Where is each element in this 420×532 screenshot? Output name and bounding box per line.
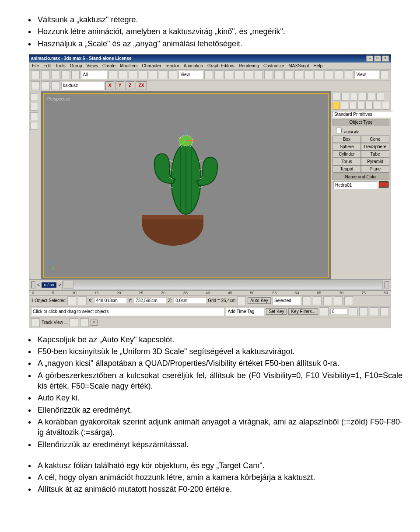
create-torus-button[interactable]: Torus [332, 158, 361, 165]
time-tag-field[interactable]: Add Time Tag [226, 308, 264, 316]
create-teapot-button[interactable]: Teapot [332, 165, 361, 173]
axis-zx-button[interactable]: ZX [136, 81, 147, 90]
create-tube-button[interactable]: Tube [361, 150, 389, 158]
display-tab-icon[interactable] [368, 93, 375, 101]
key-icon[interactable] [51, 81, 60, 90]
menu-item[interactable]: Rendering [239, 63, 259, 68]
render-preset-dropdown[interactable]: View [354, 71, 379, 79]
create-pyramid-button[interactable]: Pyramid [361, 158, 389, 165]
trackview-icon[interactable] [31, 318, 40, 327]
schematic-icon[interactable] [315, 70, 323, 79]
motion-tab-icon[interactable] [359, 93, 367, 101]
key-filters-button[interactable]: Key Filters... [288, 308, 318, 315]
menu-item[interactable]: MAXScript [288, 63, 309, 68]
cameras-cat-icon[interactable] [357, 102, 365, 110]
trackview-btn-icon[interactable] [70, 318, 78, 327]
set-key-button[interactable]: Set Key [266, 308, 287, 315]
reactor-icon[interactable] [30, 93, 38, 101]
space-warps-cat-icon[interactable] [374, 102, 381, 110]
snap-icon[interactable] [224, 70, 233, 79]
angle-snap-icon[interactable] [234, 70, 243, 79]
zoom-ext-icon[interactable] [349, 307, 357, 316]
teapot-render-icon[interactable] [380, 70, 389, 79]
utilities-tab-icon[interactable] [376, 93, 384, 101]
reactor-icon[interactable] [30, 112, 38, 120]
spinner-snap-icon[interactable] [255, 70, 263, 79]
arc-rotate-icon[interactable] [370, 307, 378, 316]
geometry-cat-icon[interactable] [332, 102, 340, 110]
ref-coord-dropdown[interactable]: View [178, 71, 203, 79]
create-cone-button[interactable]: Cone [361, 136, 389, 143]
lock-selection-icon[interactable] [67, 296, 76, 305]
trackview-btn-icon[interactable] [80, 318, 89, 327]
select-name-icon[interactable] [119, 70, 127, 79]
menu-item[interactable]: Help [313, 63, 322, 68]
time-config-icon[interactable] [320, 307, 329, 316]
modify-tab-icon[interactable] [341, 93, 349, 101]
menu-item[interactable]: Modifiers [120, 63, 138, 68]
named-selection-icon[interactable] [264, 70, 273, 79]
menu-item[interactable]: Group [70, 63, 82, 68]
lights-cat-icon[interactable] [349, 102, 357, 110]
goto-start-icon[interactable] [302, 296, 311, 305]
grip-icon[interactable] [385, 282, 389, 289]
align-icon[interactable] [284, 70, 293, 79]
prev-frame-icon[interactable] [313, 296, 322, 305]
systems-cat-icon[interactable] [382, 102, 389, 110]
viewport-perspective[interactable]: Perspective [41, 91, 331, 279]
object-name-field[interactable]: kaktusz [61, 82, 104, 90]
helpers-cat-icon[interactable] [365, 102, 373, 110]
shapes-cat-icon[interactable] [341, 102, 348, 110]
quick-render-icon[interactable] [345, 70, 354, 79]
reactor-icon[interactable] [30, 103, 38, 111]
curve-editor-icon[interactable] [304, 70, 313, 79]
primitive-type-dropdown[interactable]: Standard Primitives [332, 111, 393, 118]
autogrid-checkbox[interactable] [336, 128, 342, 133]
rotate-icon[interactable] [159, 70, 168, 79]
next-frame-icon[interactable] [334, 296, 343, 305]
menu-item[interactable]: Customize [263, 63, 284, 68]
create-plane-button[interactable]: Plane [361, 165, 389, 173]
object-color-swatch[interactable] [379, 181, 388, 188]
menu-item[interactable]: Character [142, 63, 161, 68]
bind-icon[interactable] [71, 70, 80, 79]
axis-x-button[interactable]: X [105, 81, 114, 90]
create-tab-icon[interactable] [332, 93, 340, 101]
minimize-button[interactable]: – [366, 56, 373, 62]
window-crossing-icon[interactable] [139, 70, 147, 79]
menu-item[interactable]: Create [102, 63, 116, 68]
material-editor-icon[interactable] [325, 70, 333, 79]
selection-filter-dropdown[interactable]: All [81, 71, 107, 79]
key-mode-icon[interactable] [237, 296, 246, 305]
coord-x-field[interactable]: 448,013cm [94, 298, 126, 303]
maximize-viewport-icon[interactable] [380, 307, 389, 316]
unlink-icon[interactable] [61, 70, 70, 79]
goto-end-icon[interactable] [344, 296, 353, 305]
menu-item[interactable]: Animation [184, 63, 203, 68]
manipulate-icon[interactable] [214, 70, 223, 79]
link-icon[interactable] [51, 70, 60, 79]
scale-icon[interactable] [168, 70, 177, 79]
move-icon[interactable] [149, 70, 158, 79]
hierarchy-tab-icon[interactable] [350, 93, 358, 101]
select-region-icon[interactable] [129, 70, 137, 79]
create-cylinder-button[interactable]: Cylinder [332, 150, 361, 158]
key-target-dropdown[interactable]: Selected [273, 297, 301, 305]
auto-key-button[interactable]: Auto Key [248, 297, 271, 304]
current-frame-field[interactable]: 0 [330, 309, 347, 314]
lock-icon[interactable] [31, 81, 40, 90]
redo-icon[interactable] [41, 70, 50, 79]
menu-item[interactable]: Edit [43, 63, 51, 68]
menu-item[interactable]: reactor [166, 63, 179, 68]
axis-y-button[interactable]: Y [116, 81, 124, 90]
light-icon[interactable] [41, 81, 50, 90]
close-button[interactable]: × [382, 56, 389, 62]
trackview-close-icon[interactable]: × [91, 320, 98, 326]
undo-icon[interactable] [31, 70, 40, 79]
menu-item[interactable]: Tools [55, 63, 65, 68]
transform-type-icon[interactable] [78, 296, 87, 305]
select-icon[interactable] [108, 70, 117, 79]
axis-z-button[interactable]: Z [126, 81, 134, 90]
pivot-icon[interactable] [204, 70, 213, 79]
coord-y-field[interactable]: 732,565cm [134, 298, 166, 303]
